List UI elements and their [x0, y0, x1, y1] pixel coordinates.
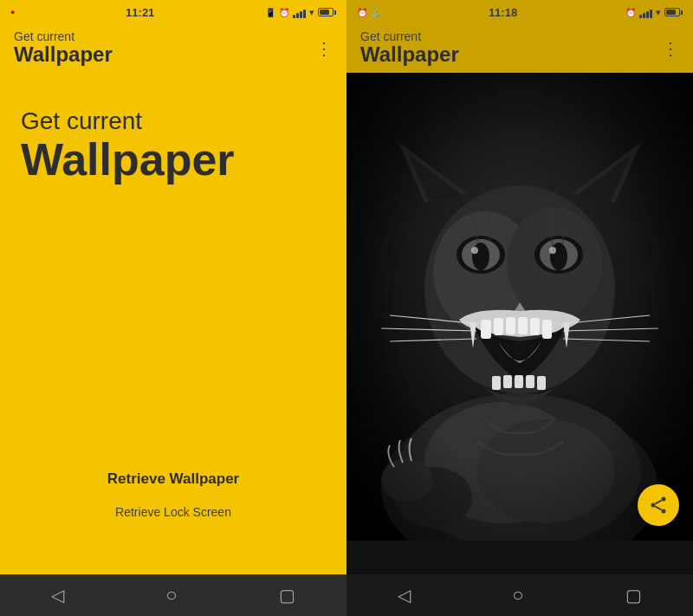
cat-wallpaper-image [346, 73, 693, 541]
svg-point-45 [651, 503, 656, 508]
record-icon: ● [10, 8, 15, 16]
right-battery-body [664, 8, 680, 16]
battery [318, 8, 336, 16]
left-nav-bar [0, 574, 346, 616]
svg-line-48 [655, 507, 661, 510]
left-toolbar-subtitle: Get current [14, 29, 113, 43]
retrieve-lockscreen-button[interactable]: Retrieve Lock Screen [115, 502, 231, 522]
left-nav-back[interactable] [51, 585, 64, 606]
battery-tip [334, 10, 336, 15]
right-status-bar: ⏰ ⚓ 11:18 ⏰ ▾ [346, 0, 693, 24]
right-toolbar-subtitle: Get current [360, 29, 459, 43]
share-fab-button[interactable] [638, 484, 679, 526]
retrieve-wallpaper-button[interactable]: Retrieve Wallpaper [107, 464, 239, 495]
signal-bars [293, 6, 306, 18]
right-signal-bar-4 [650, 10, 652, 18]
right-nav-bar [346, 574, 693, 616]
left-nav-home[interactable] [165, 584, 177, 606]
left-buttons-area: Retrieve Wallpaper Retrieve Lock Screen [0, 464, 346, 522]
svg-point-46 [662, 509, 666, 514]
right-left-status-icons: ⏰ ⚓ [357, 8, 380, 17]
right-battery [664, 8, 683, 16]
right-signal-bar-1 [639, 15, 642, 18]
left-toolbar: Get current Wallpaper ⋮ [0, 24, 346, 73]
right-nav-back[interactable] [398, 585, 411, 606]
right-nav-recent[interactable] [625, 585, 642, 606]
right-main-content [346, 73, 693, 574]
signal-bar-4 [303, 10, 306, 18]
left-toolbar-title-group: Get current Wallpaper [14, 29, 113, 66]
left-nav-recent[interactable] [279, 585, 295, 606]
signal-bar-2 [296, 13, 299, 18]
svg-line-47 [655, 501, 661, 504]
signal-bar-1 [293, 15, 295, 18]
left-heading-line2: Wallpaper [21, 137, 326, 182]
right-right-status: ⏰ ▾ [625, 6, 683, 18]
left-toolbar-title: Wallpaper [14, 43, 113, 66]
right-signal-bars [639, 6, 652, 18]
svg-rect-43 [346, 73, 693, 541]
alarm-icon: ⏰ [279, 8, 289, 17]
wifi-icon: ▾ [309, 7, 314, 18]
left-right-status: 📳 ⏰ ▾ [265, 6, 336, 18]
right-overflow-menu-icon[interactable]: ⋮ [662, 38, 679, 59]
right-toolbar-title: Wallpaper [360, 43, 459, 66]
right-alarm-icon: ⏰ [357, 8, 367, 17]
left-overflow-menu-icon[interactable]: ⋮ [315, 38, 333, 59]
left-status-icons-group: ● [10, 8, 15, 16]
right-signal-bar-2 [643, 13, 645, 18]
svg-point-44 [662, 497, 666, 502]
right-phone: ⏰ ⚓ 11:18 ⏰ ▾ Get current Wallpape [346, 0, 693, 616]
right-toolbar: Get current Wallpaper ⋮ [346, 24, 693, 73]
left-phone: ● 11:21 📳 ⏰ ▾ Get [0, 0, 346, 616]
right-wifi-icon: ▾ [656, 7, 661, 18]
right-battery-tip [681, 10, 683, 15]
right-alarm2-icon: ⏰ [625, 8, 636, 17]
battery-body [318, 8, 334, 16]
right-toolbar-title-group: Get current Wallpaper [360, 29, 459, 66]
right-battery-fill [666, 10, 676, 15]
right-signal-bar-3 [646, 11, 649, 18]
signal-bar-3 [300, 11, 302, 18]
left-main-content: Get current Wallpaper Retrieve Wallpaper… [0, 73, 346, 574]
left-heading-line1: Get current [21, 107, 326, 135]
left-status-bar: ● 11:21 📳 ⏰ ▾ [0, 0, 346, 24]
vibrate-icon: 📳 [265, 8, 275, 17]
share-icon [648, 495, 669, 515]
left-app-heading: Get current Wallpaper [21, 107, 326, 182]
left-time: 11:21 [126, 6, 154, 19]
right-time: 11:18 [489, 6, 517, 19]
right-extra-icon: ⚓ [370, 8, 380, 17]
right-nav-home[interactable] [512, 584, 523, 606]
battery-fill [320, 10, 329, 15]
